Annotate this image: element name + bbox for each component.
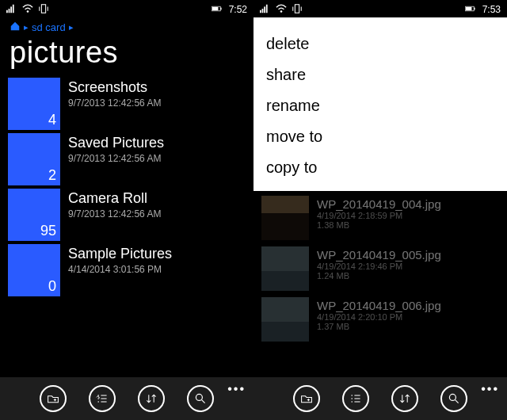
folder-tile: 0 [8, 244, 60, 296]
svg-point-13 [97, 395, 99, 396]
folder-date: 9/7/2013 12:42:56 AM [68, 97, 161, 109]
app-bar: ••• [0, 377, 254, 420]
svg-rect-10 [220, 7, 221, 10]
file-date: 4/19/2014 2:18:59 PM [317, 211, 441, 220]
more-button[interactable]: ••• [227, 382, 246, 396]
folder-count: 2 [48, 167, 56, 184]
battery-icon [212, 3, 223, 17]
app-bar: ••• [254, 377, 507, 420]
svg-line-20 [202, 400, 205, 403]
file-thumbnail [261, 246, 309, 291]
file-size: 1.37 MB [317, 322, 441, 331]
vibrate-icon [38, 3, 49, 17]
folder-date: 9/7/2013 12:42:56 AM [68, 153, 164, 164]
svg-point-15 [97, 401, 99, 403]
svg-rect-26 [295, 4, 299, 13]
svg-point-4 [27, 10, 29, 13]
battery-icon [465, 3, 476, 17]
svg-rect-9 [212, 6, 218, 10]
folder-tile: 95 [8, 189, 60, 241]
file-item[interactable]: WP_20140419_006.jpg 4/19/2014 2:20:10 PM… [261, 297, 499, 345]
svg-rect-31 [474, 7, 475, 10]
folder-count: 95 [40, 223, 56, 239]
signal-icon [6, 3, 17, 17]
folder-name: Saved Pictures [68, 135, 164, 151]
svg-point-19 [196, 394, 202, 400]
menu-item-delete[interactable]: delete [266, 35, 494, 53]
status-bar: 7:52 [0, 0, 254, 17]
svg-rect-21 [260, 10, 261, 13]
file-size: 1.24 MB [317, 271, 441, 281]
menu-item-move-to[interactable]: move to [266, 128, 494, 146]
svg-rect-3 [13, 4, 14, 13]
folder-name: Screenshots [68, 79, 161, 96]
file-list: WP_20140419_004.jpg 4/19/2014 2:18:59 PM… [254, 191, 507, 377]
folder-count: 4 [48, 112, 56, 128]
file-thumbnail [261, 196, 309, 240]
svg-point-36 [351, 401, 353, 403]
home-icon[interactable] [10, 21, 21, 34]
select-button[interactable] [89, 385, 116, 412]
svg-rect-5 [41, 4, 45, 13]
file-date: 4/19/2014 2:19:46 PM [317, 262, 441, 271]
svg-point-34 [351, 395, 353, 396]
file-thumbnail [261, 297, 309, 342]
svg-point-40 [449, 394, 456, 400]
svg-rect-22 [262, 9, 264, 13]
breadcrumb-sdcard[interactable]: sd card [32, 21, 66, 33]
folder-date: 9/7/2013 12:42:56 AM [68, 208, 161, 220]
search-button[interactable] [187, 385, 214, 412]
phone-left: 7:52 ▸ sd card ▸ pictures 4 Screenshots … [0, 0, 254, 420]
svg-rect-24 [266, 4, 268, 13]
page-title: pictures [0, 34, 254, 78]
menu-item-copy-to[interactable]: copy to [266, 158, 494, 177]
file-item[interactable]: WP_20140419_004.jpg 4/19/2014 2:18:59 PM… [261, 196, 499, 243]
breadcrumb[interactable]: ▸ sd card ▸ [0, 17, 254, 34]
svg-point-25 [280, 10, 283, 13]
menu-item-rename[interactable]: rename [266, 97, 494, 115]
breadcrumb-caret: ▸ [24, 22, 29, 32]
svg-rect-23 [264, 6, 265, 13]
folder-date: 4/14/2014 3:01:56 PM [68, 264, 172, 275]
clock: 7:53 [482, 4, 501, 15]
wifi-icon [22, 3, 33, 17]
folder-tile: 4 [8, 78, 60, 130]
svg-rect-2 [10, 6, 12, 13]
folder-item-screenshots[interactable]: 4 Screenshots 9/7/2013 12:42:56 AM [8, 78, 246, 130]
folder-item-saved-pictures[interactable]: 2 Saved Pictures 9/7/2013 12:42:56 AM [8, 133, 246, 185]
vibrate-icon [292, 3, 303, 17]
status-bar: 7:53 [254, 0, 507, 17]
svg-line-41 [456, 400, 459, 403]
signal-icon [260, 3, 271, 17]
file-name: WP_20140419_005.jpg [317, 248, 441, 262]
svg-point-35 [351, 398, 353, 399]
file-name: WP_20140419_006.jpg [317, 299, 441, 312]
svg-point-14 [97, 398, 99, 399]
more-button[interactable]: ••• [481, 382, 499, 396]
breadcrumb-caret: ▸ [69, 22, 74, 32]
clock: 7:52 [229, 4, 247, 15]
folder-item-camera-roll[interactable]: 95 Camera Roll 9/7/2013 12:42:56 AM [8, 189, 246, 241]
file-size: 1.38 MB [317, 220, 441, 230]
folder-name: Sample Pictures [68, 246, 172, 262]
folder-item-sample-pictures[interactable]: 0 Sample Pictures 4/14/2014 3:01:56 PM [8, 244, 246, 296]
new-folder-button[interactable] [40, 385, 67, 412]
phone-right: 7:53 delete share rename move to copy to… [254, 0, 507, 420]
svg-rect-1 [9, 9, 10, 13]
sort-button[interactable] [391, 385, 418, 412]
file-name: WP_20140419_004.jpg [317, 197, 441, 211]
search-button[interactable] [440, 385, 467, 412]
file-date: 4/19/2014 2:20:10 PM [317, 312, 441, 322]
file-item[interactable]: WP_20140419_005.jpg 4/19/2014 2:19:46 PM… [261, 246, 499, 294]
svg-rect-30 [465, 6, 471, 10]
wifi-icon [276, 3, 287, 17]
folder-tile: 2 [8, 133, 60, 185]
select-button[interactable] [342, 385, 369, 412]
folder-name: Camera Roll [68, 190, 161, 207]
menu-item-share[interactable]: share [266, 66, 494, 84]
folder-count: 0 [48, 278, 56, 295]
svg-rect-0 [6, 10, 8, 13]
new-folder-button[interactable] [293, 385, 320, 412]
context-menu: delete share rename move to copy to [254, 17, 507, 191]
sort-button[interactable] [138, 385, 165, 412]
